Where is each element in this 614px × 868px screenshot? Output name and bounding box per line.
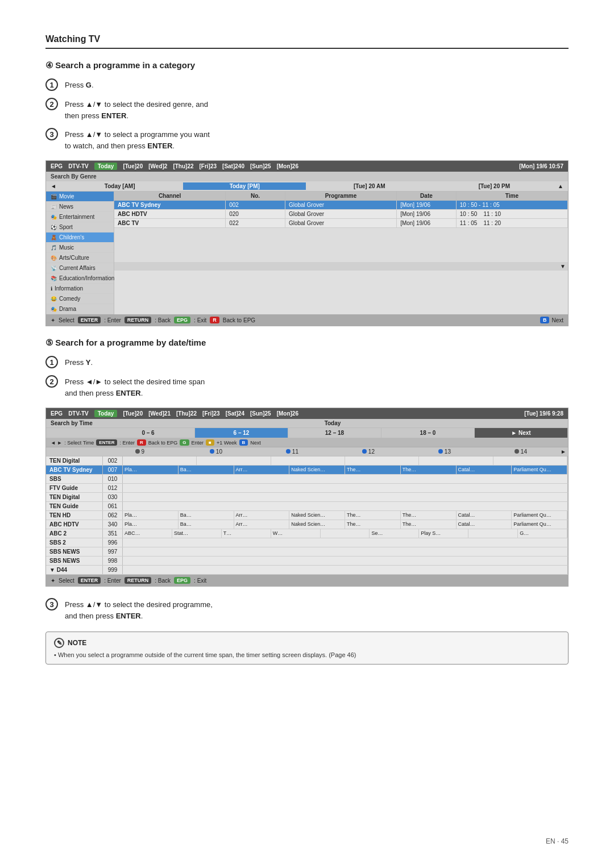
yellow-btn: ■: [206, 439, 214, 446]
epg1-prog-row[interactable]: ABC TV Sydney 002 Global Grover [Mon] 19…: [114, 201, 568, 210]
prog-title: Global Grover: [285, 210, 397, 218]
news-icon: 📰: [51, 204, 57, 210]
genre-entertainment[interactable]: 🎭 Entertainment: [46, 212, 114, 222]
dot-icon: [438, 449, 443, 454]
genre-education[interactable]: 📚 Education/Information: [46, 273, 114, 284]
prog-num: 002: [226, 201, 285, 209]
epg2-slot-18-0[interactable]: 18 – 0: [381, 428, 475, 438]
prog-cell: Parliament Qu…: [512, 511, 567, 520]
dot-icon: [135, 449, 140, 454]
epg2-channel-row[interactable]: TEN Digital 030: [46, 493, 568, 502]
prog-cell: The…: [345, 520, 401, 529]
info-icon: ℹ: [51, 286, 52, 292]
ch-progs: [123, 556, 568, 565]
epg2-slot-6-12[interactable]: 6 – 12: [195, 428, 288, 438]
ch-progs: [123, 502, 568, 510]
section5-title: ⑤ Search for a programme by date/time: [45, 338, 569, 348]
prog-cell: Arr…: [234, 511, 290, 520]
section4: ④ Search a programme in a category 1 Pre…: [45, 60, 569, 326]
epg2-slot-0-6[interactable]: 0 – 6: [102, 428, 195, 438]
epg1-time-right[interactable]: ▲: [558, 183, 563, 189]
ch-progs: Pla… Ba… Arr… Naked Scien… The… The… Cat…: [123, 511, 568, 520]
prog-cell: [271, 456, 345, 465]
enter-label3: Enter: [192, 440, 204, 446]
ch-progs: Pla… Ba… Arr… Naked Scien… The… The… Cat…: [123, 466, 568, 474]
step2-text: Press ◄/► to select the desired time spa…: [65, 375, 205, 398]
genre-drama[interactable]: 🎭 Drama: [46, 304, 114, 314]
prog-cell: Stat…: [172, 529, 222, 538]
epg1-date7: [Mon]26: [277, 163, 298, 169]
epg2-header: EPG DTV-TV Today [Tue]20 [Wed]21 [Thu]22…: [46, 408, 568, 419]
ch-num: 030: [103, 493, 123, 501]
prog-cell: The…: [345, 466, 401, 474]
section4-title: ④ Search a programme in a category: [45, 60, 569, 70]
epg2-channel-row[interactable]: TEN Guide 061: [46, 502, 568, 511]
epg2-channel-row[interactable]: FTV Guide 012: [46, 484, 568, 493]
epg2-slot-12-18[interactable]: 12 – 18: [288, 428, 381, 438]
genre-comedy[interactable]: 😂 Comedy: [46, 294, 114, 304]
epg2-channel-row[interactable]: TEN Digital 002: [46, 456, 568, 466]
epg1-screen: EPG DTV-TV Today [Tue]20 [Wed]2 [Thu]22 …: [45, 160, 569, 326]
epg1-prog-row[interactable]: ABC TV 022 Global Grover [Mon] 19/06 11 …: [114, 219, 568, 228]
epg1-time-left[interactable]: ◄: [51, 183, 56, 189]
section5: ⑤ Search for a programme by date/time 1 …: [45, 338, 569, 621]
genre-currentaffairs[interactable]: 📡 Current Affairs: [46, 263, 114, 273]
epg2-time-slots: 0 – 6 6 – 12 12 – 18 18 – 0 ► Next: [46, 428, 568, 438]
exit-label: : Exit: [194, 317, 206, 323]
epg2-channel-row[interactable]: TEN HD 062 Pla… Ba… Arr… Naked Scien… Th…: [46, 511, 568, 520]
epg1-time-row: ◄ Today [AM] Today [PM] [Tue] 20 AM [Tue…: [46, 181, 568, 192]
genre-artsculture[interactable]: 🎨 Arts/Culture: [46, 253, 114, 263]
prog-cell: Catal…: [457, 511, 512, 520]
genre-childrens-label: Children's: [59, 234, 84, 240]
genre-news-label: News: [59, 203, 73, 210]
prog-cell: Arr…: [234, 466, 290, 474]
epg1-date1: [Tue]20: [123, 163, 143, 169]
drama-icon: 🎭: [51, 306, 57, 312]
g-btn: G: [180, 439, 189, 446]
genre-sport[interactable]: ⚽ Sport: [46, 222, 114, 232]
epg2-channel-row[interactable]: ABC HDTV 340 Pla… Ba… Arr… Naked Scien… …: [46, 520, 568, 529]
genre-information[interactable]: ℹ Information: [46, 284, 114, 294]
epg2-channel-row[interactable]: SBS 2 996: [46, 538, 568, 547]
epg2-next-btn[interactable]: ► Next: [475, 428, 568, 438]
epg1-date2: [Wed]2: [148, 163, 167, 169]
ch-name: SBS: [46, 475, 103, 483]
entertainment-icon: 🎭: [51, 214, 57, 220]
genre-music-label: Music: [59, 244, 74, 251]
prog-time: 10 : 50 11 : 10: [457, 210, 568, 218]
epg1-time-todayam[interactable]: Today [AM]: [59, 182, 181, 190]
epg2-channel-row[interactable]: SBS NEWS 997: [46, 547, 568, 556]
epg1-time-tuepm[interactable]: [Tue] 20 PM: [433, 182, 556, 190]
select-label2: Select: [59, 578, 74, 584]
ch-progs: [123, 538, 568, 547]
plus1week-label: +1 Week: [217, 440, 237, 446]
epg1-time-tueam[interactable]: [Tue] 20 AM: [308, 182, 431, 190]
prog-cell: Parliament Qu…: [512, 520, 567, 529]
epg2-channel-row[interactable]: SBS 010: [46, 475, 568, 484]
step-number: 2: [45, 98, 58, 110]
epg1-prog-row[interactable]: ABC HDTV 020 Global Grover [Mon] 19/06 1…: [114, 210, 568, 219]
genre-movie[interactable]: 🎬 Movie: [46, 192, 114, 202]
section4-step1: 1 Press G.: [45, 78, 569, 91]
enter-btn2: ENTER: [96, 439, 117, 446]
epg2-date4: [Fri]23: [202, 410, 220, 417]
epg2-channel-row[interactable]: SBS NEWS 998: [46, 556, 568, 566]
genre-news[interactable]: 📰 News: [46, 202, 114, 212]
section4-step2: 2 Press ▲/▼ to select the desired genre,…: [45, 98, 569, 121]
select-label: Select: [59, 317, 74, 323]
epg-btn2: EPG: [174, 577, 190, 584]
epg2-channel-row[interactable]: ▼ D44 999: [46, 566, 568, 575]
epg1-header: EPG DTV-TV Today [Tue]20 [Wed]2 [Thu]22 …: [46, 161, 568, 172]
genre-childrens[interactable]: 🧸 Children's: [46, 232, 114, 243]
scroll-right-icon[interactable]: ►: [559, 448, 568, 455]
back-to-epg2: Back to EPG: [148, 440, 178, 446]
ch-num: 997: [103, 547, 123, 556]
b-btn2: B: [239, 439, 248, 446]
prog-date: [Mon] 19/06: [397, 210, 457, 218]
step1-text: Press Y.: [65, 356, 93, 368]
epg1-time-todaypm[interactable]: Today [PM]: [183, 182, 306, 190]
ch-name: TEN HD: [46, 511, 103, 520]
genre-music[interactable]: 🎵 Music: [46, 243, 114, 253]
epg2-channel-row[interactable]: ABC TV Sydney 007 Pla… Ba… Arr… Naked Sc…: [46, 466, 568, 475]
epg2-channel-row[interactable]: ABC 2 351 ABC… Stat… T… W… Se… Play S… G…: [46, 529, 568, 538]
